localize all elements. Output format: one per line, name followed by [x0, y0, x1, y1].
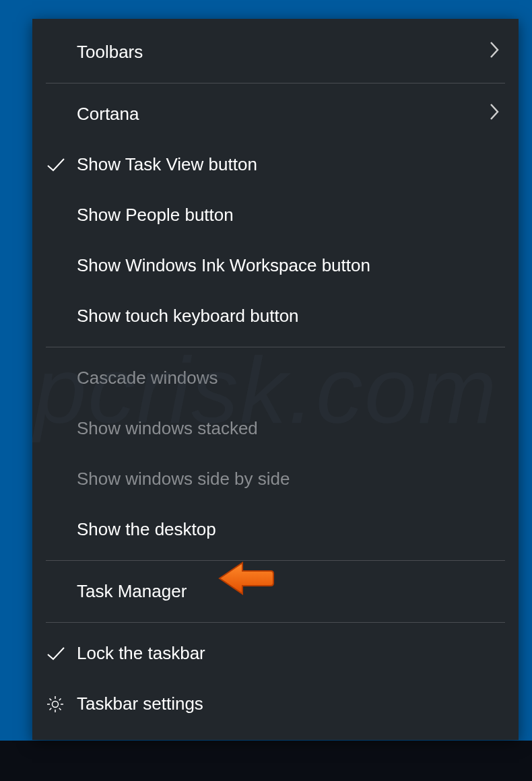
chevron-right-icon [489, 40, 500, 64]
menu-item-label: Cortana [77, 104, 489, 125]
menu-item-taskbar-settings[interactable]: Taskbar settings [32, 679, 519, 729]
menu-item-show-windows-side-by-side: Show windows side by side [32, 454, 519, 504]
menu-item-show-windows-ink-workspace-button[interactable]: Show Windows Ink Workspace button [32, 240, 519, 291]
menu-item-cortana[interactable]: Cortana [32, 89, 519, 139]
taskbar-strip [0, 741, 532, 781]
menu-item-task-manager[interactable]: Task Manager [32, 566, 519, 617]
menu-item-label: Show People button [77, 205, 500, 226]
menu-item-label: Task Manager [77, 581, 500, 602]
menu-item-show-touch-keyboard-button[interactable]: Show touch keyboard button [32, 291, 519, 341]
gear-icon [46, 695, 77, 714]
taskbar-context-menu: ToolbarsCortanaShow Task View buttonShow… [32, 19, 519, 740]
menu-item-label: Show windows side by side [77, 469, 500, 489]
menu-item-label: Toolbars [77, 42, 489, 63]
menu-item-label: Show Windows Ink Workspace button [77, 255, 500, 276]
menu-item-label: Show windows stacked [77, 418, 500, 439]
menu-item-show-task-view-button[interactable]: Show Task View button [32, 139, 519, 190]
menu-item-label: Cascade windows [77, 368, 500, 388]
menu-separator [46, 347, 505, 347]
menu-item-show-people-button[interactable]: Show People button [32, 190, 519, 240]
check-icon [46, 157, 77, 173]
menu-item-show-the-desktop[interactable]: Show the desktop [32, 504, 519, 555]
check-icon [46, 646, 77, 662]
menu-item-label: Show the desktop [77, 519, 500, 540]
menu-item-show-windows-stacked: Show windows stacked [32, 403, 519, 454]
menu-separator [46, 560, 505, 561]
menu-separator [46, 622, 505, 623]
menu-item-label: Show Task View button [77, 154, 500, 175]
svg-point-0 [53, 701, 59, 707]
menu-item-label: Show touch keyboard button [77, 306, 500, 327]
menu-separator [46, 83, 505, 83]
menu-item-toolbars[interactable]: Toolbars [32, 27, 519, 77]
menu-item-label: Taskbar settings [77, 693, 500, 714]
menu-item-cascade-windows: Cascade windows [32, 353, 519, 403]
menu-item-lock-the-taskbar[interactable]: Lock the taskbar [32, 628, 519, 679]
menu-item-label: Lock the taskbar [77, 643, 500, 664]
chevron-right-icon [489, 102, 500, 126]
